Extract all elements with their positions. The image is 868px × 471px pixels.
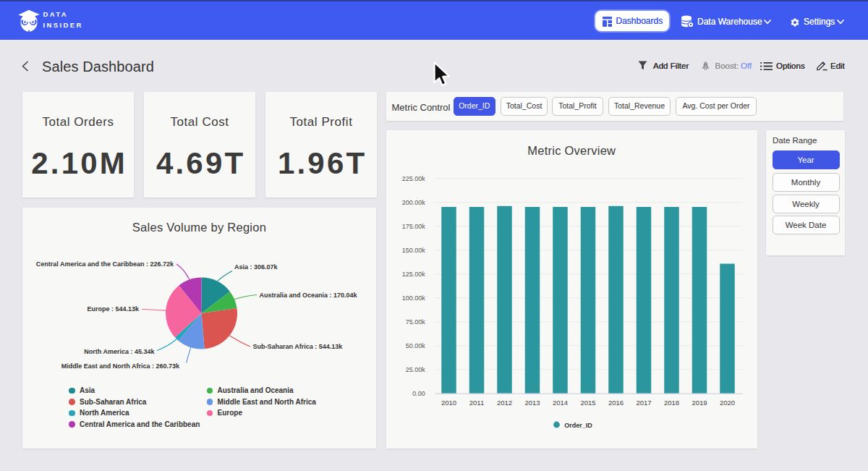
svg-text:2013: 2013 [524,399,540,407]
svg-text:2012: 2012 [496,399,511,407]
svg-text:2019: 2019 [692,399,707,407]
svg-text:25.00k: 25.00k [405,366,425,373]
svg-text:75.00k: 75.00k [405,318,425,326]
svg-text:0.00: 0.00 [412,390,425,397]
svg-text:Europe : 544.13k: Europe : 544.13k [87,305,140,313]
svg-text:2011: 2011 [469,399,483,407]
svg-text:225.00k: 225.00k [401,175,425,182]
svg-text:Central America and the Caribb: Central America and the Caribbean : 226.… [36,260,174,268]
svg-text:Asia : 306.07k: Asia : 306.07k [234,263,278,271]
svg-text:Sub-Saharan Africa : 544.13k: Sub-Saharan Africa : 544.13k [253,343,344,350]
svg-text:200.00k: 200.00k [401,199,425,206]
svg-text:Australia and Oceania : 170.04: Australia and Oceania : 170.04k [260,292,358,299]
svg-text:2014: 2014 [552,399,567,407]
svg-text:100.00k: 100.00k [401,294,425,302]
svg-text:2017: 2017 [636,399,651,407]
svg-text:2020: 2020 [719,399,734,407]
svg-text:150.00k: 150.00k [401,247,425,254]
svg-text:North America : 45.34k: North America : 45.34k [84,348,155,355]
svg-text:2016: 2016 [608,399,623,407]
svg-text:125.00k: 125.00k [401,271,425,278]
svg-text:2018: 2018 [663,399,678,407]
svg-text:Middle East and North Africa :: Middle East and North Africa : 260.73k [61,362,180,370]
svg-text:2015: 2015 [580,399,595,407]
svg-text:50.00k: 50.00k [405,342,425,349]
svg-text:2010: 2010 [441,399,456,407]
svg-text:175.00k: 175.00k [401,223,425,230]
svg-text:Order_ID: Order_ID [564,422,592,429]
